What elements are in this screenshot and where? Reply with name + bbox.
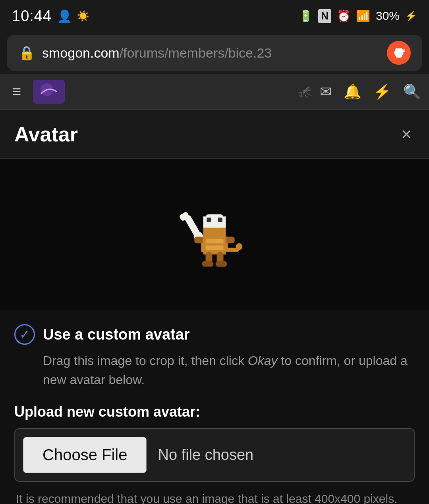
battery-percentage: 30% xyxy=(376,9,400,23)
svg-rect-20 xyxy=(216,261,227,267)
modal-title: Avatar xyxy=(14,122,78,146)
lock-icon: 🔒 xyxy=(18,45,35,61)
avatar-modal: Avatar × xyxy=(0,110,429,504)
address-path: /forums/members/bice.23 xyxy=(120,45,272,60)
person-icon: 👤 xyxy=(57,9,72,23)
svg-rect-16 xyxy=(206,245,224,250)
status-bar: 10:44 👤 ☀️ 🔋 N ⏰ 📶 30% ⚡ xyxy=(0,0,429,32)
file-input-container: Choose File No file chosen xyxy=(14,428,415,482)
charging-icon: ⚡ xyxy=(405,10,417,21)
status-time: 10:44 xyxy=(12,8,52,25)
svg-rect-8 xyxy=(207,218,211,222)
svg-rect-15 xyxy=(206,239,224,243)
status-left: 10:44 👤 ☀️ xyxy=(12,8,89,25)
lightning-icon[interactable]: ⚡ xyxy=(373,83,391,100)
custom-avatar-label: Use a custom avatar xyxy=(43,326,190,343)
brightness-icon: ☀️ xyxy=(77,10,89,22)
battery-saver-icon: 🔋 xyxy=(299,10,313,23)
nfc-icon: N xyxy=(318,9,331,23)
modal-close-button[interactable]: × xyxy=(398,121,415,147)
checkbox-circle: ✓ xyxy=(14,324,35,345)
address-domain: smogon.com xyxy=(42,45,120,60)
status-right: 🔋 N ⏰ 📶 30% ⚡ xyxy=(299,9,417,23)
brave-browser-icon[interactable] xyxy=(387,41,411,65)
bell-icon[interactable]: 🔔 xyxy=(344,83,361,100)
smogon-logo-icon xyxy=(33,80,65,104)
image-recommendation: It is recommended that you use an image … xyxy=(14,490,415,504)
mail-icon[interactable]: ✉ xyxy=(320,83,332,100)
choose-file-button[interactable]: Choose File xyxy=(23,437,147,473)
avatar-preview-area xyxy=(0,159,429,310)
no-file-text: No file chosen xyxy=(158,446,253,463)
okay-italic: Okay xyxy=(248,353,278,368)
brave-logo xyxy=(391,45,406,60)
site-logo xyxy=(33,80,65,104)
svg-rect-9 xyxy=(218,218,222,222)
avatar-instructions: Drag this image to crop it, then click O… xyxy=(14,351,415,389)
custom-avatar-checkbox-row[interactable]: ✓ Use a custom avatar xyxy=(14,324,415,345)
svg-rect-13 xyxy=(194,237,203,243)
fly-icon[interactable]: 🦟 xyxy=(297,85,312,98)
nav-icons: ✉ 🔔 ⚡ 🔍 xyxy=(320,83,421,100)
status-icons-left: 👤 ☀️ xyxy=(57,9,89,23)
svg-rect-22 xyxy=(236,243,242,250)
wifi-icon: 📶 xyxy=(356,10,370,23)
avatar-sprite xyxy=(179,199,250,270)
upload-label: Upload new custom avatar: xyxy=(14,404,415,420)
modal-content: ✓ Use a custom avatar Drag this image to… xyxy=(0,159,429,504)
hamburger-menu-icon[interactable]: ≡ xyxy=(8,79,25,104)
address-bar[interactable]: 🔒 smogon.com/forums/members/bice.23 xyxy=(7,35,422,71)
svg-rect-14 xyxy=(226,237,235,243)
search-icon[interactable]: 🔍 xyxy=(403,83,421,100)
address-text: smogon.com/forums/members/bice.23 xyxy=(42,45,380,61)
avatar-options: ✓ Use a custom avatar Drag this image to… xyxy=(0,310,429,504)
check-icon: ✓ xyxy=(19,327,30,342)
alarm-icon: ⏰ xyxy=(337,10,351,23)
svg-rect-19 xyxy=(202,261,213,267)
nav-bar: ≡ 🦟 ✉ 🔔 ⚡ 🔍 xyxy=(0,74,429,110)
modal-header: Avatar × xyxy=(0,110,429,159)
